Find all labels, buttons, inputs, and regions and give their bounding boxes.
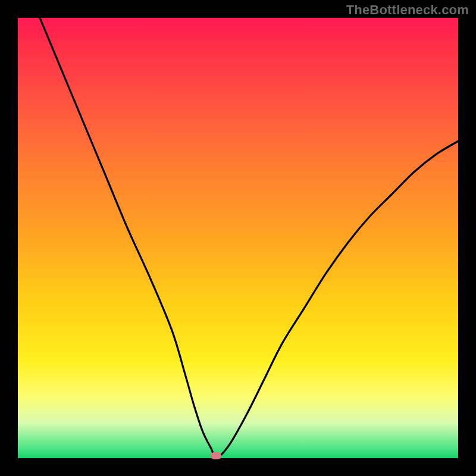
watermark-text: TheBottleneck.com (346, 2, 469, 18)
chart-frame: TheBottleneck.com (0, 0, 476, 476)
bottleneck-curve (40, 18, 458, 458)
plot-area (18, 18, 458, 458)
minimum-marker (211, 452, 221, 459)
curve-svg (18, 18, 458, 458)
